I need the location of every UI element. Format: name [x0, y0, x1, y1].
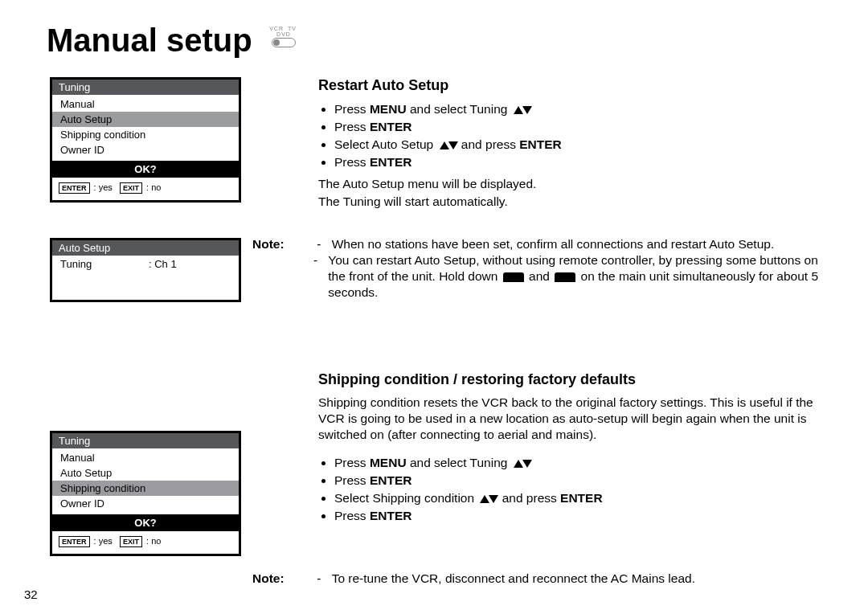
osd-item-ownerid: Owner ID [52, 496, 239, 511]
note-block: Note: - To re-tune the VCR, disconnect a… [252, 571, 847, 587]
note-text: To re-tune the VCR, disconnect and recon… [332, 571, 838, 587]
exit-key-icon: EXIT [120, 182, 142, 194]
instruction-step: Press MENU and select Tuning [334, 100, 833, 118]
page-number: 32 [24, 587, 38, 601]
down-arrow-icon [522, 106, 532, 114]
section-shipping-condition: Shipping condition / restoring factory d… [318, 371, 833, 530]
enter-key-icon: ENTER [59, 536, 90, 547]
osd-ok-bar: OK? [52, 514, 239, 531]
osd-tuning-val: : Ch 1 [149, 258, 177, 270]
instruction-step: Press ENTER [334, 154, 833, 171]
mode-selector-icon: VCR TV DVD [261, 26, 306, 47]
body-text: The Auto Setup menu will be displayed. [318, 176, 833, 192]
osd-item-manual: Manual [52, 96, 239, 112]
osd-autosetup-progress: Auto Setup Tuning : Ch 1 [50, 238, 241, 302]
enter-key-icon: ENTER [59, 182, 90, 194]
osd-tuning-autosetup: Tuning Manual Auto Setup Shipping condit… [50, 77, 241, 203]
body-text: Shipping condition resets the VCR back t… [318, 395, 833, 443]
osd-titlebar: Auto Setup [52, 240, 239, 256]
instruction-list: Press MENU and select Tuning Press ENTER… [318, 100, 833, 171]
down-arrow-icon [448, 141, 458, 149]
osd-item-autosetup: Auto Setup [52, 112, 239, 127]
osd-hints: ENTER : yes EXIT : no [52, 531, 239, 551]
osd-tuning-shipping: Tuning Manual Auto Setup Shipping condit… [50, 431, 241, 556]
osd-item-autosetup: Auto Setup [52, 465, 239, 481]
note-text: When no stations have been set, confirm … [332, 236, 838, 252]
down-arrow-icon [522, 460, 532, 468]
note-label: Note: [252, 236, 313, 252]
osd-titlebar: Tuning [52, 433, 239, 448]
osd-titlebar: Tuning [52, 80, 239, 95]
section-heading: Shipping condition / restoring factory d… [318, 371, 833, 388]
instruction-step: Select Auto Setup and press ENTER [334, 136, 833, 154]
section-heading: Restart Auto Setup [318, 77, 833, 94]
section-restart-auto-setup: Restart Auto Setup Press MENU and select… [318, 77, 833, 215]
osd-ok-bar: OK? [52, 161, 239, 178]
exit-key-icon: EXIT [120, 536, 142, 547]
down-arrow-icon [489, 495, 498, 503]
note-label: Note: [252, 571, 313, 587]
instruction-list: Press MENU and select Tuning Press ENTER… [318, 454, 833, 525]
instruction-step: Select Shipping condition and press ENTE… [334, 489, 833, 507]
instruction-step: Press ENTER [334, 472, 833, 489]
instruction-step: Press ENTER [334, 507, 833, 525]
note-text: You can restart Auto Setup, without usin… [328, 252, 834, 301]
osd-hints: ENTER : yes EXIT : no [52, 178, 239, 197]
note-block: Note: - When no stations have been set, … [252, 236, 847, 301]
osd-item-shipping: Shipping condition [52, 127, 239, 142]
body-text: The Tuning will start automatically. [318, 194, 833, 210]
osd-tuning-key: Tuning [60, 258, 149, 270]
instruction-step: Press MENU and select Tuning [334, 454, 833, 472]
unit-button-icon [503, 272, 524, 282]
instruction-step: Press ENTER [334, 118, 833, 136]
manual-page: Manual setup VCR TV DVD Tuning Manual Au… [0, 0, 868, 614]
osd-item-ownerid: Owner ID [52, 142, 239, 158]
osd-item-shipping: Shipping condition [52, 481, 239, 496]
page-title: Manual setup [47, 23, 252, 59]
unit-button-icon [555, 272, 575, 282]
osd-item-manual: Manual [52, 450, 239, 465]
